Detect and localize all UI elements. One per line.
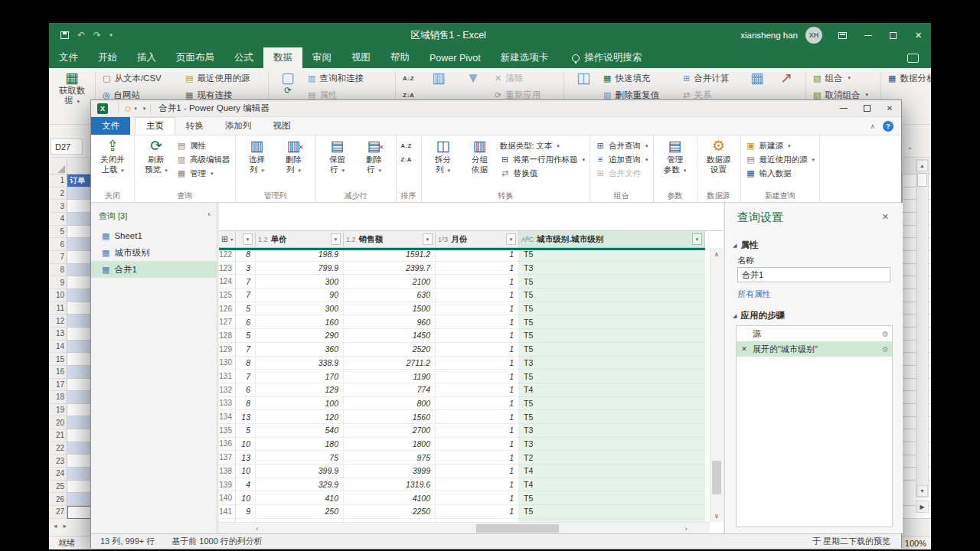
table-cell[interactable]: T5 [519,315,705,329]
table-cell[interactable]: T5 [519,397,705,411]
excel-horizontal-scroll-right-button[interactable]: ▶ [916,500,929,513]
table-cell[interactable]: 100 [256,397,344,411]
table-cell[interactable]: 1 [436,275,519,289]
pq-button-sort-ascending[interactable]: A↓Z [401,139,413,152]
zoom-level[interactable]: 100% [905,536,926,550]
excel-tab[interactable]: 数据 [263,47,302,68]
ribbon-display-options-button[interactable] [830,23,855,47]
table-cell[interactable]: 5 [236,424,256,438]
table-cell[interactable]: 1 [436,397,519,411]
table-cell[interactable]: 360 [256,343,344,357]
clear-filter-button[interactable]: ✕清除 [495,72,523,84]
table-cell[interactable]: 13 [236,410,256,424]
collapse-ribbon-icon[interactable]: ∧ [870,122,875,130]
grid-column-header-城市级别.城市级别[interactable]: AᴮC城市级别.城市级别▼ [519,231,705,248]
row-number[interactable]: 134 [219,410,236,424]
table-cell[interactable]: 800 [344,397,436,411]
row-number[interactable]: 123 [219,262,236,276]
save-icon[interactable] [60,31,69,39]
grid-column-header-销售额[interactable]: 1.2销售额▼ [344,231,436,248]
pq-button-追加查询[interactable]: ≡追加查询▾ [595,153,648,166]
pq-button-sort-descending[interactable]: Z↓A [401,153,413,166]
table-cell[interactable]: 4 [236,478,256,492]
table-cell[interactable]: 1500 [344,302,436,316]
pq-button-合并查询[interactable]: ⊞合并查询▾ [595,139,648,152]
scrollbar-thumb[interactable] [712,461,721,494]
pq-tab-file[interactable]: 文件 [91,117,130,135]
table-cell[interactable]: 630 [344,289,436,302]
row-header[interactable]: 26 [49,493,67,506]
table-cell[interactable]: 6 [236,383,256,397]
excel-tab[interactable]: Power Pivot [420,47,491,68]
close-pane-icon[interactable]: ✕ [882,212,889,222]
sheet-next-icon[interactable]: ▸ [64,522,67,530]
grid-corner-button[interactable]: ⊞▾ [219,231,236,248]
table-cell[interactable]: 9 [236,505,256,519]
queries-connections-button[interactable]: ▥查询和连接 [308,72,364,84]
scrollbar-thumb[interactable] [917,173,927,187]
filter-dropdown-icon[interactable]: ▼ [423,233,433,245]
table-cell[interactable]: 7 [236,370,256,383]
row-header[interactable]: 6 [49,238,67,251]
table-cell[interactable]: T5 [519,410,705,424]
query-item-合并1[interactable]: ▦合并1 [91,261,217,278]
grid-horizontal-scrollbar[interactable]: ‹ › [219,522,710,534]
excel-tab[interactable]: 视图 [341,47,381,68]
row-header[interactable]: 10 [49,289,67,302]
row-header[interactable]: 17 [49,379,67,392]
table-cell[interactable]: 1190 [344,370,436,383]
pq-tab-视图[interactable]: 视图 [263,117,302,135]
row-number[interactable]: 132 [219,383,236,397]
table-cell[interactable]: 1 [436,491,519,505]
table-cell[interactable]: 1 [436,357,519,370]
pq-button-关闭并上载[interactable]: ⇪关闭并上载 ▾ [96,137,129,175]
row-header[interactable]: 20 [49,416,67,429]
row-number[interactable]: 126 [219,302,236,316]
pq-button-数据类型: 文本[interactable]: 数据类型: 文本▾ [500,139,586,152]
sheet-prev-icon[interactable]: ◂ [54,522,57,530]
row-header[interactable]: 22 [49,442,67,455]
table-cell[interactable]: 799.9 [256,262,344,276]
table-cell[interactable]: 7 [236,275,256,289]
table-cell[interactable]: T4 [519,465,705,478]
filter-dropdown-icon[interactable]: ▼ [506,233,516,245]
minimize-button[interactable] [855,23,880,47]
grid-column-header-单价[interactable]: 1.2单价▼ [256,231,344,248]
table-cell[interactable]: 1 [436,315,519,329]
table-cell[interactable]: 2399.7 [344,262,436,276]
pq-button-数据源设置[interactable]: ⚙数据源设置 [702,137,736,174]
recent-sources-button[interactable]: ▤最近使用的源 [185,72,250,84]
scroll-down-icon[interactable]: ▼ [916,485,928,497]
scroll-up-icon[interactable]: ▲ [916,160,928,171]
table-cell[interactable]: T3 [519,438,705,452]
table-cell[interactable]: 399.9 [256,465,344,478]
table-cell[interactable]: T5 [519,289,705,302]
table-cell[interactable]: 1 [436,465,519,478]
table-cell[interactable]: T5 [519,505,705,519]
table-cell[interactable]: T5 [519,370,705,383]
pq-close-button[interactable]: ✕ [878,100,901,116]
excel-tab[interactable]: 帮助 [381,47,420,68]
pq-minimize-button[interactable] [832,100,855,116]
table-cell[interactable]: 540 [256,424,344,438]
pq-tab-添加列[interactable]: 添加列 [214,117,263,135]
data-analysis-button[interactable]: ▦数据分析 [888,72,931,84]
pq-button-选择列[interactable]: ▥选择列 ▾ [240,137,274,175]
filter-dropdown-icon[interactable]: ▼ [692,233,702,245]
row-number[interactable]: 140 [219,491,236,505]
table-cell[interactable]: 8 [236,397,256,411]
table-cell[interactable]: 1560 [344,410,436,424]
avatar[interactable]: XH [805,27,822,44]
table-cell[interactable]: 290 [256,329,344,343]
row-header[interactable]: 24 [49,468,67,481]
pq-button-删除列[interactable]: ▥✕删除列 ▾ [277,137,311,175]
row-number[interactable]: 131 [219,370,236,383]
forecast-sheet-button[interactable]: ↗ [773,70,799,86]
table-cell[interactable]: 329.9 [256,478,344,492]
row-header[interactable]: 12 [49,315,67,328]
pq-button-分组依据[interactable]: ▥分组依据 [463,137,497,174]
applied-step-源[interactable]: 源⚙ [737,326,892,341]
filter-dropdown-icon[interactable]: ▼ [331,233,341,245]
row-header[interactable]: 1 [49,174,67,187]
qat-dropdown-icon[interactable]: ▾ [143,106,146,112]
